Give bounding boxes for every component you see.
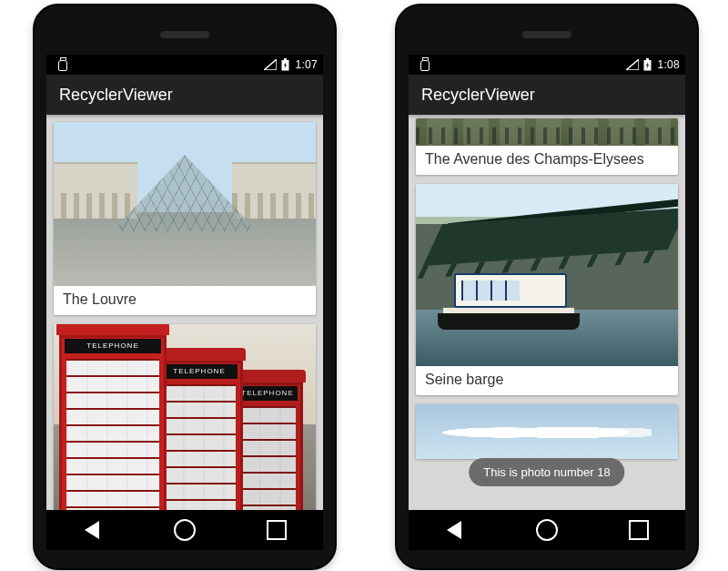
photo-sky	[416, 404, 678, 459]
recycler-list[interactable]: The Avenue des Champs-Elysees Seine bar	[409, 115, 685, 510]
card-caption: The Avenue des Champs-Elysees	[416, 146, 678, 175]
app-title: RecyclerViewer	[59, 86, 173, 105]
debug-icon	[419, 58, 430, 71]
status-bar: 1:08	[409, 55, 685, 75]
device-frame-right: 1:08 RecyclerViewer The Avenue des Champ…	[395, 4, 699, 570]
app-title: RecyclerViewer	[421, 86, 535, 105]
status-clock: 1:08	[657, 58, 680, 71]
list-item[interactable]: TELEPHONE TELEPHONE TELEPHONE	[54, 324, 316, 510]
list-item[interactable]: The Avenue des Champs-Elysees	[416, 118, 678, 175]
status-bar: 1:07	[46, 55, 323, 75]
screen: 1:08 RecyclerViewer The Avenue des Champ…	[409, 55, 685, 510]
photo-seine-barge	[416, 184, 678, 366]
android-nav-bar	[46, 510, 323, 550]
battery-icon	[281, 58, 289, 71]
debug-icon	[56, 58, 67, 71]
recycler-list[interactable]: The Louvre TELEPHONE TELEPHONE TELEPHONE	[46, 115, 323, 510]
nav-recent-button[interactable]	[265, 518, 288, 542]
signal-icon	[626, 59, 639, 70]
app-bar: RecyclerViewer	[46, 75, 323, 115]
nav-home-button[interactable]	[173, 518, 197, 542]
photo-phone-booths: TELEPHONE TELEPHONE TELEPHONE	[54, 324, 316, 510]
device-frame-left: 1:07 RecyclerViewer The Louvre TELEPHONE	[33, 4, 337, 570]
comparison-stage: 1:07 RecyclerViewer The Louvre TELEPHONE	[0, 0, 728, 571]
photo-champs-elysees	[416, 118, 678, 146]
earpiece	[522, 31, 571, 38]
nav-recent-button[interactable]	[627, 518, 651, 542]
list-item[interactable]: Seine barge	[416, 184, 678, 395]
battery-icon	[643, 58, 652, 71]
svg-rect-1	[284, 58, 287, 60]
nav-home-button[interactable]	[535, 518, 559, 542]
card-caption: The Louvre	[54, 286, 316, 315]
list-item[interactable]: The Louvre	[54, 122, 316, 315]
nav-back-button[interactable]	[81, 518, 105, 542]
nav-back-button[interactable]	[443, 518, 467, 542]
status-clock: 1:07	[295, 58, 318, 71]
photo-louvre	[54, 122, 316, 286]
android-nav-bar	[409, 510, 685, 550]
earpiece	[160, 31, 209, 38]
card-caption: Seine barge	[416, 366, 678, 395]
signal-icon	[264, 59, 277, 70]
toast-message: This is photo number 18	[469, 458, 624, 486]
svg-rect-3	[646, 58, 649, 60]
screen: 1:07 RecyclerViewer The Louvre TELEPHONE	[46, 55, 323, 510]
list-item[interactable]	[416, 404, 678, 459]
app-bar: RecyclerViewer	[409, 75, 685, 115]
